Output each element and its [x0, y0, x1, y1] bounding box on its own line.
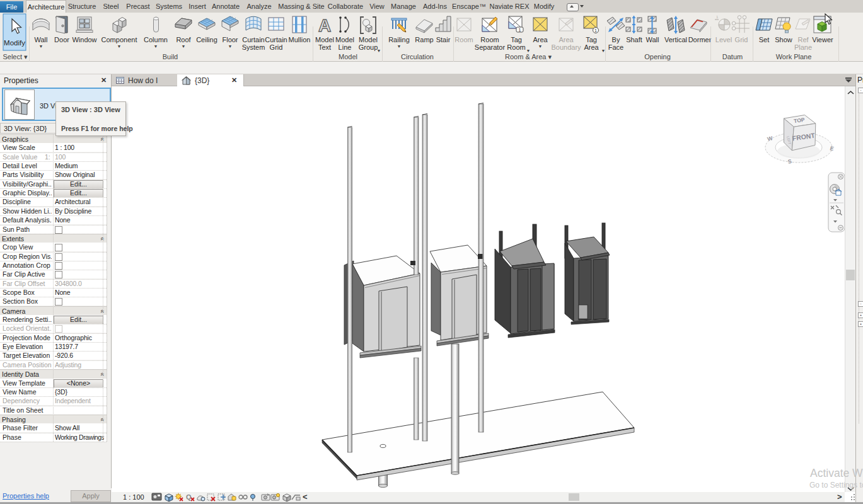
- svg-text:Modify: Modify: [4, 39, 25, 47]
- svg-text:E: E: [830, 145, 835, 152]
- svg-text:W: W: [767, 135, 773, 142]
- svg-text:Q: Q: [186, 493, 192, 501]
- svg-text:A: A: [318, 16, 331, 35]
- svg-text:1: 1: [519, 28, 521, 32]
- svg-text:1: 1: [716, 15, 719, 19]
